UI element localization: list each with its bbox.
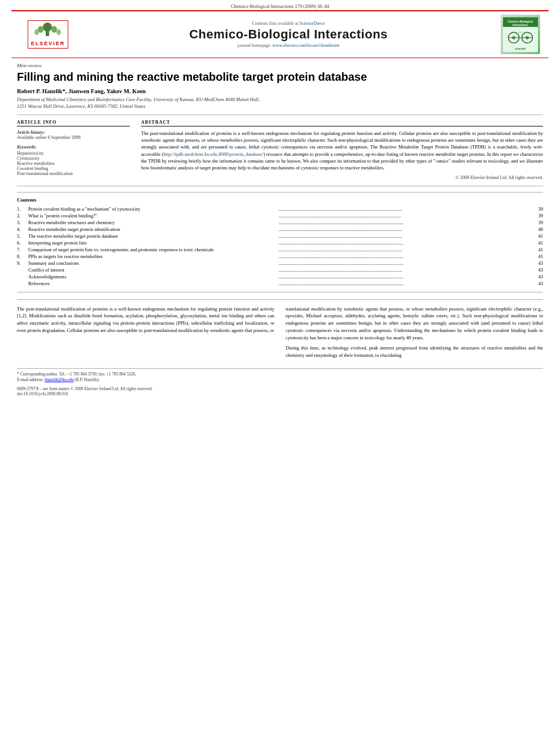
contents-page-2: 39 xyxy=(529,213,543,219)
page-wrapper: Chemico-Biological Interactions 179 (200… xyxy=(0,0,560,747)
body-col-right: translational modification by xenobiotic… xyxy=(286,305,543,362)
contents-dots-4: ........................................… xyxy=(278,226,530,232)
keyword-1: Hepatotoxicity xyxy=(17,151,130,156)
contents-dots-2: ........................................… xyxy=(278,213,530,219)
body-para-left-1: The post-translational modification of p… xyxy=(17,305,274,334)
svg-text:Interactions: Interactions xyxy=(513,23,528,26)
keyword-3: Reactive metabolites xyxy=(17,161,130,166)
keyword-4: Covalent binding xyxy=(17,166,130,171)
contents-dots-8: ........................................… xyxy=(278,254,530,259)
homepage-link: journal homepage: www.elsevier.com/locat… xyxy=(85,43,492,48)
body-para-right-1: translational modification by xenobiotic… xyxy=(286,305,543,342)
elsevier-box: ELSEVIER xyxy=(28,20,69,49)
contents-label-9: Summary and conclusions xyxy=(28,260,278,266)
contents-label-2: What is "protein covalent binding?" xyxy=(28,213,278,219)
journal-cover-area: Chemico-Biological Interactions ELSEVIER xyxy=(498,15,543,54)
sciencedirect-anchor[interactable]: ScienceDirect xyxy=(300,21,325,26)
journal-header: ELSEVIER Contents lists available at Sci… xyxy=(11,10,549,58)
article-type-label: Mini-review xyxy=(17,63,543,68)
contents-row-12: References .............................… xyxy=(17,281,543,286)
sciencedirect-link: Contents lists available at ScienceDirec… xyxy=(85,21,492,26)
contents-row-4: 4. Reactive metabolite target protein id… xyxy=(17,226,543,232)
contents-title: Contents xyxy=(17,197,543,203)
contents-page-1: 39 xyxy=(529,206,543,212)
svg-point-14 xyxy=(526,36,529,39)
contents-page-12: 43 xyxy=(529,281,543,286)
contents-page-10: 43 xyxy=(529,267,543,273)
contents-row-8: 8. PPIs as targets for reactive metaboli… xyxy=(17,254,543,259)
svg-rect-1 xyxy=(46,30,49,36)
abstract-section: ABSTRACT The post-translational modifica… xyxy=(141,120,543,180)
history-label: Article history: xyxy=(17,130,130,135)
svg-point-13 xyxy=(512,36,515,39)
divider-1 xyxy=(17,115,543,115)
abstract-text: The post-translational modification of p… xyxy=(141,130,543,172)
svg-point-0 xyxy=(43,23,52,32)
contents-label-6: Interpreting target protein lists xyxy=(28,240,278,246)
body-text-area: The post-translational modification of p… xyxy=(17,299,543,362)
contents-row-3: 3. Reactive metabolite structures and ch… xyxy=(17,220,543,225)
contents-dots-7: ........................................… xyxy=(278,247,530,252)
divider-3 xyxy=(17,292,543,292)
contents-label-8: PPIs as targets for reactive metabolites xyxy=(28,254,278,259)
authors-line: Robert P. Hanzlik*, Jianwen Fang, Yakov … xyxy=(17,88,543,94)
article-info-abstract: ARTICLE INFO Article history: Available … xyxy=(17,120,543,180)
svg-point-3 xyxy=(51,26,57,33)
contents-num-9: 9. xyxy=(17,260,28,266)
contents-dots-3: ........................................… xyxy=(278,220,530,225)
contents-page-3: 39 xyxy=(529,220,543,225)
contents-label-10: Conflict of interest xyxy=(28,267,278,273)
affiliation-line2: 1251 Wescoe Hall Drive, Lawrence, KS 660… xyxy=(17,103,146,109)
article-info-column: ARTICLE INFO Article history: Available … xyxy=(17,120,130,180)
contents-page-4: 40 xyxy=(529,226,543,232)
svg-text:Chemico-Biological: Chemico-Biological xyxy=(508,20,532,23)
homepage-anchor[interactable]: www.elsevier.com/locate/chembioint xyxy=(273,43,340,48)
contents-row-11: Acknowledgements .......................… xyxy=(17,274,543,279)
contents-dots-11: ........................................… xyxy=(278,274,530,279)
article-info-heading: ARTICLE INFO xyxy=(17,120,130,126)
contents-page-11: 43 xyxy=(529,274,543,279)
elsevier-tree-svg xyxy=(32,23,63,40)
contents-num-3: 3. xyxy=(17,220,28,225)
contents-row-5: 5. The reactive metabolite target protei… xyxy=(17,233,543,239)
contents-dots-12: ........................................… xyxy=(278,281,530,286)
contents-row-9: 9. Summary and conclusions .............… xyxy=(17,260,543,266)
contents-page-7: 41 xyxy=(529,247,543,252)
contents-label-7: Comparison of target protein lists vs. t… xyxy=(28,247,278,252)
email-link[interactable]: rhanzlik@ku.edu xyxy=(45,377,74,382)
contents-dots-6: ........................................… xyxy=(278,240,530,246)
contents-page-5: 41 xyxy=(529,233,543,239)
elsevier-wordmark: ELSEVIER xyxy=(31,41,65,46)
contents-dots-9: ........................................… xyxy=(278,260,530,266)
tpdb-link[interactable]: http://tpdb.medchem.ku.edu:8080/protein_… xyxy=(163,151,263,157)
contents-num-4: 4. xyxy=(17,226,28,232)
contents-label-1: Protein covalent binding as a "mechanism… xyxy=(28,206,278,212)
contents-label-3: Reactive metabolite structures and chemi… xyxy=(28,220,278,225)
contents-label-4: Reactive metabolite target protein ident… xyxy=(28,226,278,232)
contents-label-11: Acknowledgements xyxy=(28,274,278,279)
contents-label-12: References xyxy=(28,281,278,286)
contents-num-2: 2. xyxy=(17,213,28,219)
contents-page-8: 41 xyxy=(529,254,543,259)
contents-num-5: 5. xyxy=(17,233,28,239)
contents-num-8: 8. xyxy=(17,254,28,259)
keywords-label: Keywords: xyxy=(17,145,130,150)
contents-num-1: 1. xyxy=(17,206,28,212)
divider-2 xyxy=(17,186,543,186)
abstract-heading: ABSTRACT xyxy=(141,120,543,126)
contents-section: Contents 1. Protein covalent binding as … xyxy=(17,192,543,286)
contents-label-5: The reactive metabolite target protein d… xyxy=(28,233,278,239)
header-center: Contents lists available at ScienceDirec… xyxy=(79,21,498,48)
footnote-email: E-mail address: rhanzlik@ku.edu (R.P. Ha… xyxy=(17,377,543,383)
contents-dots-1: ........................................… xyxy=(278,206,530,212)
elsevier-logo-area: ELSEVIER xyxy=(17,20,79,49)
footnote-star: * Corresponding author. Tel.: +1 785 864… xyxy=(17,372,543,378)
contents-row-6: 6. Interpreting target protein lists ...… xyxy=(17,240,543,246)
article-title: Filling and mining the reactive metaboli… xyxy=(17,70,543,84)
footer-left-text: 0009-2797/$ – see front matter © 2008 El… xyxy=(17,386,152,396)
contents-num-7: 7. xyxy=(17,247,28,252)
journal-title: Chemico-Biological Interactions xyxy=(85,27,492,42)
keyword-5: Post-translational modification xyxy=(17,171,130,176)
copyright-line: © 2008 Elsevier Ireland Ltd. All rights … xyxy=(141,175,543,180)
footer-bottom: 0009-2797/$ – see front matter © 2008 El… xyxy=(17,386,543,396)
